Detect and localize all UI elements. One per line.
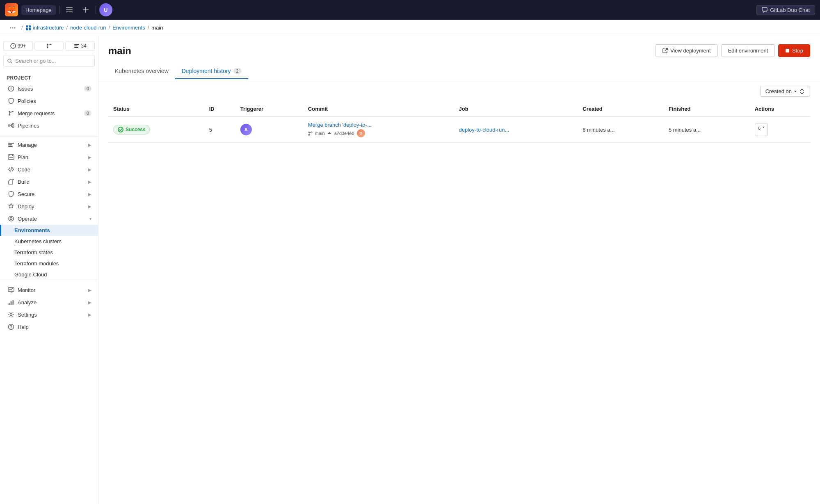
policies-label: Policies <box>18 98 36 104</box>
breadcrumb-menu-button[interactable] <box>7 23 19 32</box>
tab-kubernetes-overview[interactable]: Kubernetes overview <box>108 64 175 79</box>
analyze-label: Analyze <box>18 299 37 306</box>
analyze-chevron: ▶ <box>88 300 91 305</box>
breadcrumb-repo[interactable]: node-cloud-run <box>70 25 106 31</box>
user-avatar[interactable]: U <box>99 3 112 16</box>
svg-rect-48 <box>13 300 14 305</box>
branch-icon <box>308 131 313 136</box>
search-bar[interactable]: Search or go to... <box>3 55 95 67</box>
sidebar-item-secure[interactable]: Secure ▶ <box>0 188 98 200</box>
breadcrumb-environments[interactable]: Environments <box>112 25 145 31</box>
triggerer-avatar[interactable]: A <box>240 124 252 135</box>
sidebar-item-monitor[interactable]: Monitor ▶ <box>0 284 98 296</box>
sidebar-sub-item-google-cloud[interactable]: Google Cloud <box>0 269 98 280</box>
job-link[interactable]: deploy-to-cloud-run... <box>459 127 509 133</box>
monitor-chevron: ▶ <box>88 288 91 292</box>
build-icon <box>8 178 14 185</box>
commit-hash: a7d3e4eb <box>334 131 354 136</box>
content-header: main View deployment Edit environment St… <box>98 36 820 57</box>
mr-stat[interactable] <box>34 41 64 51</box>
commit-avatar: B <box>357 129 365 137</box>
code-label: Code <box>18 166 30 173</box>
sidebar-item-merge-requests[interactable]: Merge requests 0 <box>0 107 98 119</box>
sidebar-sub-item-terraform-states[interactable]: Terraform states <box>0 247 98 258</box>
help-icon <box>8 324 14 330</box>
grid-icon <box>25 25 31 31</box>
col-triggerer: Triggerer <box>235 102 303 116</box>
help-label: Help <box>18 324 29 330</box>
todos-stat[interactable]: 34 <box>65 41 95 51</box>
sidebar-item-build[interactable]: Build ▶ <box>0 176 98 188</box>
stop-button[interactable]: Stop <box>778 44 810 57</box>
operate-label: Operate <box>18 216 37 222</box>
breadcrumb-infrastructure[interactable]: infrastructure <box>25 25 64 31</box>
issues-count: 99+ <box>18 43 26 49</box>
sidebar-item-analyze[interactable]: Analyze ▶ <box>0 296 98 308</box>
svg-rect-53 <box>786 49 789 52</box>
nav-divider-1 <box>59 6 59 14</box>
col-created: Created <box>578 102 664 116</box>
view-deployment-button[interactable]: View deployment <box>656 44 718 57</box>
sidebar: 99+ 34 Search or go to... Project <box>0 36 98 504</box>
edit-environment-button[interactable]: Edit environment <box>721 44 775 57</box>
secure-icon <box>8 191 14 197</box>
code-chevron: ▶ <box>88 167 91 172</box>
issues-label: Issues <box>18 86 33 92</box>
more-icon <box>10 25 16 31</box>
sidebar-item-pipelines[interactable]: Pipelines <box>0 119 98 132</box>
sort-order-icon <box>799 89 805 94</box>
svg-point-7 <box>12 27 14 28</box>
sidebar-item-deploy[interactable]: Deploy ▶ <box>0 200 98 212</box>
success-icon <box>118 127 123 132</box>
svg-point-22 <box>8 59 11 62</box>
top-navbar: 🦊 Homepage U GitLab Duo Chat <box>0 0 820 20</box>
sidebar-item-settings[interactable]: Settings ▶ <box>0 308 98 321</box>
svg-rect-5 <box>762 7 767 11</box>
nav-left: 🦊 Homepage U <box>5 3 112 16</box>
sort-button[interactable]: Created on <box>760 86 810 97</box>
gitlab-logo[interactable]: 🦊 <box>5 3 18 16</box>
sidebar-sub-item-terraform-modules[interactable]: Terraform modules <box>0 258 98 269</box>
breadcrumb-sep-1: / <box>66 25 68 31</box>
svg-rect-14 <box>13 45 14 46</box>
kubernetes-clusters-label: Kubernetes clusters <box>14 238 62 244</box>
deployment-history-badge: 2 <box>233 68 242 74</box>
svg-point-30 <box>12 123 14 125</box>
policies-icon <box>8 98 14 104</box>
duo-chat-button[interactable]: GitLab Duo Chat <box>756 5 815 15</box>
tab-deployment-history[interactable]: Deployment history 2 <box>175 64 248 79</box>
sidebar-sub-item-environments[interactable]: Environments <box>0 225 98 236</box>
sidebar-sub-item-kubernetes-clusters[interactable]: Kubernetes clusters <box>0 236 98 247</box>
svg-rect-47 <box>11 301 12 305</box>
external-link-icon <box>662 48 668 53</box>
sidebar-item-manage[interactable]: Manage ▶ <box>0 139 98 151</box>
deployments-table: Status ID Triggerer Commit Job Created F… <box>108 102 810 143</box>
id-cell: 5 <box>204 116 235 143</box>
svg-point-29 <box>8 125 10 126</box>
finished-cell: 5 minutes a... <box>664 116 750 143</box>
svg-point-25 <box>11 89 11 90</box>
issues-stat[interactable]: 99+ <box>3 41 33 51</box>
actions-cell <box>750 116 810 143</box>
svg-line-39 <box>11 167 11 171</box>
plan-chevron: ▶ <box>88 155 91 160</box>
homepage-button[interactable]: Homepage <box>21 5 56 15</box>
col-actions: Actions <box>750 102 810 116</box>
redeploy-button[interactable] <box>755 123 768 136</box>
sidebar-item-issues[interactable]: Issues 0 <box>0 82 98 95</box>
sidebar-item-help[interactable]: Help <box>0 321 98 333</box>
hash-arrow-icon <box>327 131 332 136</box>
svg-rect-33 <box>8 144 12 146</box>
sidebar-item-code[interactable]: Code ▶ <box>0 163 98 176</box>
add-button[interactable] <box>79 5 92 15</box>
sidebar-toggle-button[interactable] <box>63 5 76 15</box>
sidebar-item-policies[interactable]: Policies <box>0 95 98 107</box>
sidebar-item-plan[interactable]: Plan ▶ <box>0 151 98 163</box>
nav-divider-2 <box>96 6 96 14</box>
sidebar-project-section: Project Issues 0 Policies Merge requests <box>0 70 98 135</box>
svg-rect-32 <box>8 143 14 144</box>
col-finished: Finished <box>664 102 750 116</box>
svg-point-6 <box>10 27 11 28</box>
sidebar-item-operate[interactable]: Operate ▾ <box>0 212 98 225</box>
commit-link[interactable]: Merge branch 'deploy-to-... <box>308 122 372 128</box>
